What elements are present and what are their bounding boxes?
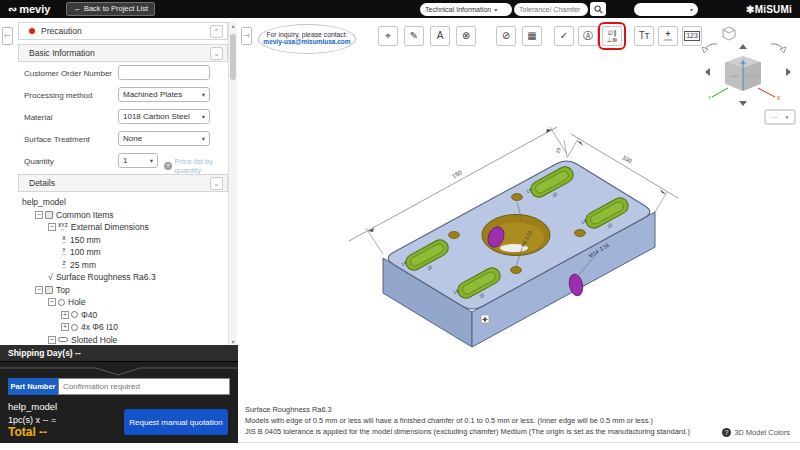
scroll-down-arrow-icon[interactable]: ▾	[229, 338, 237, 345]
meviy-app: ∾ meviy ← Back to Project List Technical…	[0, 0, 800, 450]
y-axis-label: Y	[708, 95, 712, 101]
search-icon	[594, 5, 603, 14]
panel-divider-chevron	[0, 366, 238, 376]
quote-model-name: help_model	[8, 401, 57, 412]
orbit-left-arrow-icon[interactable]	[705, 68, 710, 76]
orbit-right-arrow-icon[interactable]	[786, 68, 791, 76]
precaution-header[interactable]: Precaution ⌃	[18, 22, 228, 40]
dimension-100-label: 100	[621, 154, 633, 165]
tree-item[interactable]: help_model	[18, 196, 228, 209]
phi6-hole[interactable]	[449, 232, 460, 239]
panel-edge-collapse-handle[interactable]: ⊢	[2, 27, 13, 45]
view-options-button[interactable]: ⋯ ▾	[765, 110, 795, 124]
phi6-hole[interactable]	[512, 194, 523, 201]
customer-order-number-input[interactable]	[118, 65, 210, 80]
price-list-by-quantity-link[interactable]: ? Price list by quantity	[164, 157, 238, 175]
tree-expander-toggle[interactable]: −	[35, 211, 43, 219]
view-cube-widget[interactable]: TOP LEFT FRONT Y X ⋯ ▾	[702, 27, 795, 124]
material-select[interactable]: 1018 Carbon Steel ▾	[118, 109, 210, 124]
note-chamfer: Models with edge of 0.5 mm or less will …	[245, 415, 690, 426]
tree-item-label[interactable]: 25 mm	[70, 260, 96, 270]
tree-expander-toggle[interactable]: −	[48, 223, 56, 231]
viewport-notes: Surface Roughness Ra6.3 Models with edge…	[245, 404, 690, 437]
tree-item[interactable]: −Hole	[18, 296, 228, 309]
tree-item-label[interactable]: 4x Φ6 I10	[81, 322, 118, 332]
y-axis	[712, 88, 728, 97]
tree-item-label[interactable]: Common Items	[56, 210, 114, 220]
surface-treatment-select[interactable]: None ▾	[118, 131, 210, 146]
tree-item-label[interactable]: 100 mm	[70, 247, 101, 257]
x-axis	[758, 88, 775, 97]
center-hole-phi40[interactable]	[482, 215, 550, 256]
scene-canvas[interactable]: 14 25 14 25 14 25 14 25	[238, 18, 800, 443]
tree-expander-toggle[interactable]: +	[61, 311, 69, 319]
precaution-alert-icon	[29, 28, 35, 34]
viewcube-front-label: FRONT	[746, 75, 759, 79]
note-tolerance: JIS B 0405 tolerance is applied for the …	[245, 426, 690, 437]
tree-item[interactable]: +Φ40	[18, 309, 228, 322]
tree-item-label[interactable]: Top	[56, 285, 70, 295]
z-dimension-icon: Z↔	[61, 261, 67, 269]
quote-total: Total --	[8, 425, 47, 439]
collapse-details-button[interactable]: ⌄	[210, 177, 223, 190]
tree-expander-toggle[interactable]: −	[35, 286, 43, 294]
top-bar: ∾ meviy ← Back to Project List Technical…	[0, 0, 800, 18]
shipping-days-bar[interactable]: Shipping Day(s) --	[0, 345, 238, 362]
details-header[interactable]: Details ⌄	[18, 174, 228, 192]
phi6-hole[interactable]	[511, 267, 522, 274]
collapse-precaution-button[interactable]: ⌃	[210, 25, 223, 38]
request-manual-quotation-button[interactable]: Request manual quotation	[124, 409, 228, 435]
tree-item[interactable]: −Top	[18, 284, 228, 297]
xyz-dimensions-icon: XYZ↔	[58, 223, 68, 231]
tree-item[interactable]: Y↔100 mm	[18, 246, 228, 259]
search-button[interactable]	[590, 2, 606, 16]
cube-outline-icon[interactable]	[723, 27, 735, 40]
tree-item[interactable]: −Common Items	[18, 209, 228, 222]
orbit-down-arrow-icon[interactable]	[739, 101, 747, 106]
3d-model-colors-button[interactable]: ? 3D Model Colors	[722, 428, 790, 437]
cube-icon	[45, 211, 53, 219]
scroll-up-arrow-icon[interactable]: ▴	[229, 22, 237, 29]
processing-method-select[interactable]: Machined Plates ▾	[118, 87, 210, 102]
customer-order-number-label: Customer Order Number	[24, 65, 112, 81]
tree-item-label[interactable]: Hole	[68, 297, 85, 307]
collapse-basic-info-button[interactable]: ⌄	[210, 47, 223, 60]
chevron-down-icon: ▾	[494, 6, 497, 13]
tree-item[interactable]: −XYZ↔External Dimensions	[18, 221, 228, 234]
misumi-mark-icon: ✱	[746, 4, 755, 15]
misumi-logo: ✱MiSUMi	[746, 4, 792, 15]
surface-treatment-label: Surface Treatment	[24, 131, 90, 147]
help-search-input[interactable]	[514, 3, 588, 16]
basic-information-header[interactable]: Basic Information ⌄	[18, 44, 228, 62]
hole-icon	[58, 299, 65, 306]
left-panel-scrollbar[interactable]: ▴ ▾	[228, 22, 237, 345]
tree-expander-toggle[interactable]: +	[61, 323, 69, 331]
back-to-project-list-button[interactable]: ← Back to Project List	[66, 2, 155, 16]
quantity-label: Quantity	[24, 153, 54, 169]
technical-information-select[interactable]: Technical Information ▾	[420, 3, 512, 16]
scrollbar-thumb[interactable]	[230, 34, 236, 80]
part-number-label: Part Number	[8, 378, 58, 395]
tree-item-label[interactable]: Φ40	[81, 310, 97, 320]
meviy-logo-text: meviy	[19, 3, 50, 15]
tree-item[interactable]: Z↔25 mm	[18, 259, 228, 272]
phi6-hole[interactable]	[575, 230, 586, 237]
orbit-up-arrow-icon[interactable]	[739, 44, 747, 49]
meviy-logo[interactable]: ∾ meviy	[8, 3, 50, 16]
tree-expander-toggle[interactable]: −	[48, 298, 56, 306]
tree-item-label[interactable]: External Dimensions	[71, 222, 149, 232]
tree-item[interactable]: √Surface Roughness Ra6.3	[18, 271, 228, 284]
tree-item-label[interactable]: Slotted Hole	[71, 335, 117, 345]
tree-item[interactable]: X↔150 mm	[18, 234, 228, 247]
help-circle-icon: ?	[722, 428, 731, 437]
tree-item-label[interactable]: Surface Roughness Ra6.3	[56, 272, 156, 282]
tree-item[interactable]: +4x Φ6 I10	[18, 321, 228, 334]
part-number-input[interactable]	[58, 378, 230, 395]
quantity-select[interactable]: 1 ▾	[118, 153, 158, 168]
tree-expander-toggle[interactable]: −	[48, 336, 56, 344]
help-circle-icon: ?	[164, 162, 172, 170]
tree-item-label[interactable]: help_model	[22, 197, 66, 207]
tree-item-label[interactable]: 150 mm	[70, 235, 101, 245]
secondary-select[interactable]: ▾	[634, 3, 698, 16]
viewport-3d[interactable]: ⊣ For inquiry, please contact: meviy-usa…	[238, 18, 800, 443]
